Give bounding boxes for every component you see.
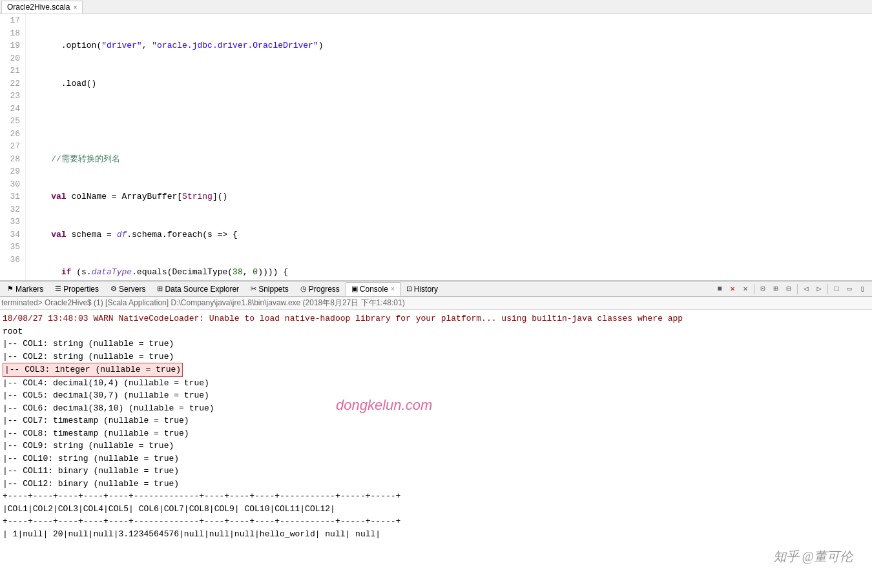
prev-btn[interactable]: ◁ xyxy=(800,283,812,295)
code-content: 17 18 19 20 21 22 23 24 25 26 27 28 29 3… xyxy=(0,14,872,280)
output-col6: |-- COL6: decimal(38,10) (nullable = tru… xyxy=(3,402,869,415)
terminated-status-line: terminated> Oracle2Hive$ (1) [Scala Appl… xyxy=(0,297,872,310)
output-root: root xyxy=(3,325,869,338)
output-col2: |-- COL2: string (nullable = true) xyxy=(3,350,869,363)
code-editor: Oracle2Hive.scala × 17 18 19 20 21 22 23… xyxy=(0,0,872,281)
tab-close-icon[interactable]: × xyxy=(73,4,77,11)
view-btn[interactable]: □ xyxy=(831,283,842,295)
output-row1: | 1|null| 20|null|null|3.1234564576|null… xyxy=(3,528,869,541)
line-numbers: 17 18 19 20 21 22 23 24 25 26 27 28 29 3… xyxy=(0,14,26,280)
output-col7: |-- COL7: timestamp (nullable = true) xyxy=(3,414,869,427)
console-tabs-bar: ⚑ Markers ☰ Properties ⚙ Servers ⊞ Data … xyxy=(0,281,872,297)
tab-servers[interactable]: ⚙ Servers xyxy=(105,282,151,296)
copy-btn[interactable]: ⊡ xyxy=(757,283,769,295)
code-line-21: val colName = ArrayBuffer[String]() xyxy=(31,190,867,203)
stop-btn[interactable]: ■ xyxy=(714,283,725,295)
paste-btn[interactable]: ⊞ xyxy=(770,283,782,295)
next-btn[interactable]: ▷ xyxy=(813,283,825,295)
output-col5: |-- COL5: decimal(30,7) (nullable = true… xyxy=(3,389,869,402)
console-output[interactable]: 18/08/27 13:48:03 WARN NativeCodeLoader:… xyxy=(0,311,872,588)
toolbar-separator xyxy=(754,284,754,294)
code-line-22: val schema = df.schema.foreach(s => { xyxy=(31,228,867,241)
console-toolbar: ■ ✕ ✕ ⊡ ⊞ ⊟ ◁ ▷ □ ▭ ▯ xyxy=(714,283,871,295)
tab-bar: Oracle2Hive.scala × xyxy=(0,0,872,14)
tab-properties-label: Properties xyxy=(63,285,99,294)
code-line-20: //需要转换的列名 xyxy=(31,153,867,166)
tab-progress-label: Progress xyxy=(309,285,340,294)
output-col3: |-- COL3: integer (nullable = true) xyxy=(3,363,869,377)
tab-history[interactable]: ⊡ History xyxy=(400,282,444,296)
scroll-lock-btn[interactable]: ⊟ xyxy=(783,283,794,295)
history-icon: ⊡ xyxy=(406,285,412,293)
tab-label: Oracle2Hive.scala xyxy=(7,3,70,12)
snippets-icon: ✂ xyxy=(251,285,256,293)
code-line-23: if (s.dataType.equals(DecimalType(38, 0)… xyxy=(31,266,867,279)
tab-progress[interactable]: ◷ Progress xyxy=(295,282,346,296)
tab-history-label: History xyxy=(414,285,438,294)
tab-snippets-label: Snippets xyxy=(258,285,289,294)
tab-markers[interactable]: ⚑ Markers xyxy=(1,282,49,296)
toolbar-separator2 xyxy=(797,284,798,294)
code-lines[interactable]: .option("driver", "oracle.jdbc.driver.Or… xyxy=(26,14,872,280)
output-col9: |-- COL9: string (nullable = true) xyxy=(3,440,869,452)
tab-properties[interactable]: ☰ Properties xyxy=(49,282,105,296)
tab-servers-label: Servers xyxy=(119,285,145,294)
markers-icon: ⚑ xyxy=(7,285,14,293)
code-line-19 xyxy=(31,115,867,128)
console-close-icon[interactable]: × xyxy=(391,285,395,292)
remove-btn[interactable]: ✕ xyxy=(740,283,751,295)
tab-console-label: Console xyxy=(360,285,388,294)
tab-snippets[interactable]: ✂ Snippets xyxy=(245,282,295,296)
output-divider1: +----+----+----+----+----+-------------+… xyxy=(3,490,869,503)
col3-highlight: |-- COL3: integer (nullable = true) xyxy=(3,363,183,377)
tab-console[interactable]: ▣ Console × xyxy=(346,282,400,296)
code-line-17: .option("driver", "oracle.jdbc.driver.Or… xyxy=(31,39,867,52)
toolbar-separator3 xyxy=(827,284,828,294)
progress-icon: ◷ xyxy=(300,285,307,293)
output-divider2: +----+----+----+----+----+-------------+… xyxy=(3,515,869,528)
code-line-18: .load() xyxy=(31,77,867,90)
bottom-panel: ⚑ Markers ☰ Properties ⚙ Servers ⊞ Data … xyxy=(0,281,872,588)
console-icon: ▣ xyxy=(351,285,358,293)
maximize-btn[interactable]: ▭ xyxy=(844,283,855,295)
output-col10: |-- COL10: string (nullable = true) xyxy=(3,452,869,465)
minimize-btn[interactable]: ▯ xyxy=(856,283,868,295)
output-col1: |-- COL1: string (nullable = true) xyxy=(3,338,869,350)
warn-output-line: 18/08/27 13:48:03 WARN NativeCodeLoader:… xyxy=(3,312,869,325)
terminate-btn[interactable]: ✕ xyxy=(727,283,738,295)
tab-datasource-label: Data Source Explorer xyxy=(165,285,239,294)
file-tab[interactable]: Oracle2Hive.scala × xyxy=(1,1,83,14)
tab-markers-label: Markers xyxy=(16,285,43,294)
tab-datasource[interactable]: ⊞ Data Source Explorer xyxy=(151,282,245,296)
properties-icon: ☰ xyxy=(55,285,61,293)
output-col11: |-- COL11: binary (nullable = true) xyxy=(3,465,869,478)
datasource-icon: ⊞ xyxy=(157,285,163,293)
output-col8: |-- COL8: timestamp (nullable = true) xyxy=(3,427,869,440)
servers-icon: ⚙ xyxy=(110,285,117,293)
terminated-text: terminated> Oracle2Hive$ (1) [Scala Appl… xyxy=(1,298,405,307)
output-col4: |-- COL4: decimal(10,4) (nullable = true… xyxy=(3,377,869,390)
output-header: |COL1|COL2|COL3|COL4|COL5| COL6|COL7|COL… xyxy=(3,503,869,516)
output-col12: |-- COL12: binary (nullable = true) xyxy=(3,478,869,491)
